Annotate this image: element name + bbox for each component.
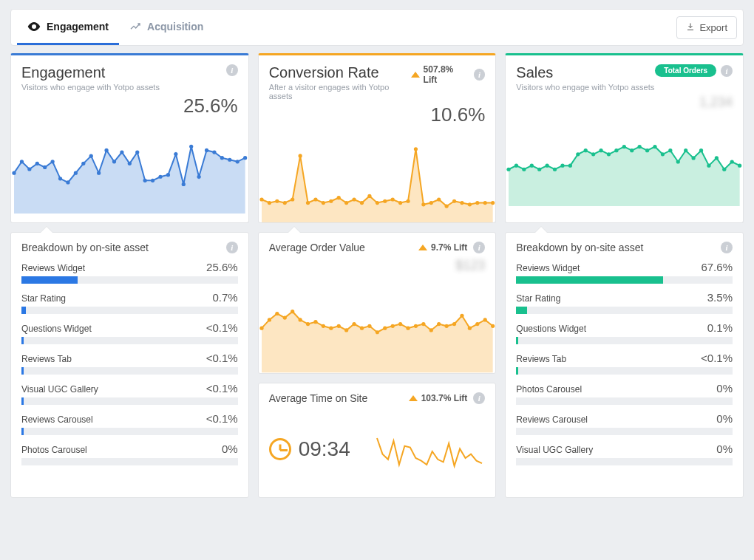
svg-point-115 (429, 329, 432, 332)
svg-point-109 (383, 327, 387, 330)
svg-point-67 (546, 164, 549, 168)
svg-point-108 (375, 330, 378, 334)
svg-point-37 (306, 201, 310, 205)
notch-icon (288, 227, 300, 233)
info-icon[interactable]: i (226, 242, 238, 253)
svg-point-63 (514, 164, 518, 168)
svg-point-65 (530, 164, 534, 168)
info-icon[interactable]: i (226, 64, 238, 76)
svg-point-28 (228, 158, 231, 162)
svg-point-29 (236, 160, 240, 163)
sales-chart (506, 115, 743, 206)
svg-point-45 (367, 194, 371, 198)
bar-bg (21, 397, 238, 405)
tab-engagement-label: Engagement (47, 21, 109, 33)
svg-point-11 (97, 171, 101, 175)
list-label: Star Rating (21, 293, 66, 304)
svg-point-116 (437, 322, 441, 326)
engagement-title: Engagement (21, 64, 160, 81)
svg-point-16 (135, 150, 139, 154)
info-icon[interactable]: i (474, 69, 486, 81)
tab-engagement[interactable]: Engagement (17, 10, 119, 45)
sales-sub: Visitors who engage with Yotpo assets (516, 83, 654, 92)
list-label: Reviews Tab (516, 354, 566, 364)
bar-fill (516, 367, 518, 375)
info-icon[interactable]: i (721, 242, 733, 253)
list-label: Reviews Carousel (21, 414, 93, 425)
info-icon[interactable]: i (473, 392, 485, 404)
svg-point-18 (151, 179, 154, 182)
svg-point-93 (259, 327, 263, 330)
svg-point-88 (707, 164, 711, 168)
sales-hidden-value: 1,234 (516, 95, 733, 110)
list-item: Visual UGC Gallery0% (516, 443, 733, 465)
list-item: Questions Widget0.1% (516, 321, 733, 344)
svg-point-120 (467, 327, 471, 330)
svg-point-76 (615, 148, 619, 152)
time-lift-text: 103.7% Lift (421, 393, 468, 403)
notch-icon (41, 227, 52, 233)
right-list: Reviews Widget67.6%Star Rating3.5%Questi… (506, 261, 743, 480)
svg-point-78 (630, 148, 634, 152)
svg-point-51 (413, 147, 417, 151)
time-lift: 103.7% Lift (409, 393, 468, 403)
bar-fill (21, 307, 26, 314)
list-label: Visual UGC Gallery (21, 384, 98, 395)
svg-point-7 (66, 180, 69, 184)
tabs: Engagement Acquisition (17, 10, 214, 45)
svg-point-54 (437, 197, 441, 201)
svg-point-72 (584, 148, 588, 152)
info-icon[interactable]: i (473, 242, 485, 253)
list-value: <0.1% (206, 412, 238, 425)
svg-point-113 (413, 324, 417, 328)
svg-point-44 (360, 201, 364, 205)
chart-up-icon (129, 21, 141, 33)
svg-point-47 (383, 199, 387, 203)
svg-point-69 (561, 164, 565, 168)
export-button[interactable]: Export (676, 16, 737, 39)
svg-point-41 (336, 196, 340, 199)
svg-point-68 (553, 168, 557, 171)
svg-point-10 (89, 154, 93, 158)
export-label: Export (699, 22, 727, 33)
svg-point-84 (676, 160, 680, 163)
time-card: Average Time on Site 103.7% Lift i 09:34 (258, 383, 497, 498)
svg-point-55 (444, 204, 448, 208)
list-value: 0% (222, 443, 238, 455)
engagement-sub: Visitors who engage with Yotpo assets (21, 83, 160, 92)
list-label: Questions Widget (21, 324, 92, 334)
list-label: Visual UGC Gallery (516, 445, 593, 455)
bar-bg (516, 276, 733, 284)
svg-point-122 (483, 318, 486, 322)
svg-point-33 (275, 199, 279, 203)
svg-point-75 (607, 152, 611, 156)
svg-point-107 (367, 324, 371, 328)
svg-point-42 (344, 201, 348, 205)
svg-point-97 (291, 310, 294, 313)
aov-chart (259, 273, 496, 372)
svg-point-114 (421, 322, 425, 326)
list-label: Reviews Widget (516, 263, 580, 273)
bar-fill (516, 307, 527, 314)
svg-point-58 (467, 202, 471, 206)
bar-bg (516, 367, 733, 375)
list-value: <0.1% (701, 352, 733, 364)
sales-title: Sales (516, 64, 654, 81)
svg-point-6 (58, 177, 62, 180)
list-item: Photos Carousel0% (21, 443, 238, 465)
svg-point-62 (507, 168, 511, 171)
svg-point-57 (460, 201, 463, 205)
total-orders-pill[interactable]: Total Orders (655, 64, 716, 77)
svg-point-104 (344, 329, 348, 332)
info-icon[interactable]: i (721, 65, 733, 77)
conversion-chart (259, 131, 496, 222)
svg-point-86 (692, 156, 696, 160)
tab-acquisition[interactable]: Acquisition (119, 10, 214, 45)
right-breakdown-card: Breakdown by on-site asset i Reviews Wid… (505, 232, 744, 497)
bar-fill (21, 276, 78, 284)
list-item: Star Rating0.7% (21, 291, 238, 314)
bar-bg (21, 367, 238, 375)
svg-point-43 (352, 197, 356, 201)
up-triangle-icon (411, 72, 420, 78)
svg-point-118 (452, 322, 456, 326)
